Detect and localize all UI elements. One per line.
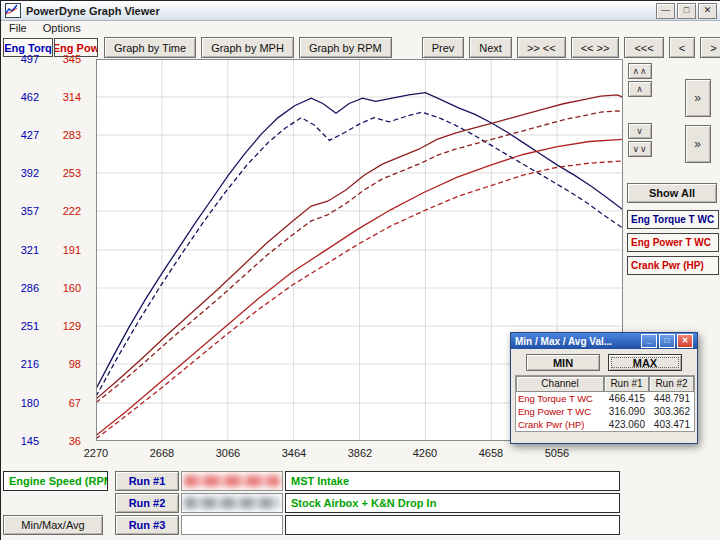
minmax-close-button[interactable]: ✕: [677, 334, 693, 348]
y-axis-right-tick: 283: [45, 129, 81, 141]
y-axis-right-tick: 314: [45, 91, 81, 103]
minmax-channel-label: Eng Torque T WC: [516, 392, 604, 405]
y-axis-left-tick: 357: [3, 205, 39, 217]
pan-right-upper-button[interactable]: »: [685, 79, 711, 117]
y-axis-left-tick: 321: [3, 244, 39, 256]
run3-name-empty: [181, 515, 283, 535]
min-button[interactable]: MIN: [526, 354, 600, 371]
run1-note: MST Intake: [285, 471, 620, 491]
y-axis-left-tick: 180: [3, 397, 39, 409]
x-axis-tick: 2270: [74, 447, 118, 459]
y-axis-right-tick: 98: [45, 358, 81, 370]
menu-file[interactable]: File: [9, 22, 27, 36]
scroll-down-fast-button[interactable]: ∨∨: [628, 141, 652, 157]
minmax-row: Eng Torque T WC466.415448.791: [516, 392, 694, 405]
y-axis-right-tick: 160: [45, 282, 81, 294]
legend-eng-power-t-wc[interactable]: Eng Power T WC: [627, 233, 719, 252]
legend-crank-pwr-hp[interactable]: Crank Pwr (HP): [627, 256, 719, 275]
legend-eng-torque-t-wc[interactable]: Eng Torque T WC: [627, 210, 719, 229]
pan-right-lower-button[interactable]: »: [685, 125, 711, 163]
toolbar: Graph by TimeGraph by MPHGraph by RPMPre…: [104, 37, 720, 58]
max-button[interactable]: MAX: [608, 354, 682, 371]
minmax-run2-value: 448.791: [649, 392, 694, 405]
menubar: FileOptions: [1, 21, 720, 37]
toolbar-button-[interactable]: <: [669, 37, 695, 58]
y-axis-right-tick: 67: [45, 397, 81, 409]
minmax-window: Min / Max / Avg Val... _ □ ✕ MIN MAX Cha…: [510, 332, 698, 444]
minimize-button[interactable]: —: [656, 3, 675, 19]
minmax-channel-label: Crank Pwr (HP): [516, 418, 604, 431]
x-axis-tick: 3066: [206, 447, 250, 459]
y-axis-left-tick: 216: [3, 358, 39, 370]
minmax-header-channel[interactable]: Channel: [516, 376, 604, 392]
titlebar: PowerDyne Graph Viewer — □ ✕: [1, 1, 720, 21]
toolbar-button-graph-by-time[interactable]: Graph by Time: [104, 37, 196, 58]
x-axis-tick: 4260: [403, 447, 447, 459]
minmax-header-run-2[interactable]: Run #2: [649, 376, 694, 392]
run2-name-redacted: [181, 493, 283, 513]
run1-button[interactable]: Run #1: [115, 471, 179, 491]
minmax-window-title: Min / Max / Avg Val...: [515, 336, 612, 347]
y-axis-right-tick: 345: [45, 53, 81, 65]
y-axis-right-tick: 36: [45, 435, 81, 447]
y-axis-right-tick: 222: [45, 205, 81, 217]
toolbar-button-[interactable]: >: [700, 37, 720, 58]
minmax-header-run-1[interactable]: Run #1: [604, 376, 649, 392]
x-axis-tick: 3464: [272, 447, 316, 459]
y-axis-left-tick: 286: [3, 282, 39, 294]
run2-note: Stock Airbox + K&N Drop In: [285, 493, 620, 513]
menu-options[interactable]: Options: [43, 22, 81, 36]
show-all-button[interactable]: Show All: [627, 183, 717, 203]
minmax-channel-label: Eng Power T WC: [516, 405, 604, 418]
minmax-maximize-button[interactable]: □: [659, 334, 675, 348]
minmax-table: ChannelRun #1Run #2Eng Torque T WC466.41…: [515, 375, 695, 432]
toolbar-button-[interactable]: << >>: [571, 37, 620, 58]
close-button[interactable]: ✕: [698, 3, 717, 19]
minmax-minimize-button[interactable]: _: [641, 334, 657, 348]
engine-speed-channel-button[interactable]: Engine Speed (RPM): [3, 471, 108, 491]
minmax-row: Crank Pwr (HP)423.060403.471: [516, 418, 694, 431]
run3-note: [285, 515, 620, 535]
y-axis-left-tick: 497: [3, 53, 39, 65]
minmax-titlebar: Min / Max / Avg Val... _ □ ✕: [511, 333, 697, 349]
maximize-button[interactable]: □: [677, 3, 696, 19]
y-axis-right-tick: 129: [45, 320, 81, 332]
minmax-run1-value: 423.060: [604, 418, 649, 431]
run2-button[interactable]: Run #2: [115, 493, 179, 513]
minmax-run1-value: 316.090: [604, 405, 649, 418]
minmax-run2-value: 303.362: [649, 405, 694, 418]
toolbar-button-graph-by-mph[interactable]: Graph by MPH: [201, 37, 294, 58]
toolbar-button-prev[interactable]: Prev: [422, 37, 465, 58]
y-axis-right-tick: 191: [45, 244, 81, 256]
minmax-row: Eng Power T WC316.090303.362: [516, 405, 694, 418]
scroll-down-button[interactable]: ∨: [628, 123, 652, 139]
minmax-run1-value: 466.415: [604, 392, 649, 405]
powerdyne-window: PowerDyne Graph Viewer — □ ✕ FileOptions…: [0, 0, 720, 540]
y-axis-right-tick: 253: [45, 167, 81, 179]
min-max-avg-button[interactable]: Min/Max/Avg: [3, 515, 103, 535]
x-axis-tick: 5056: [535, 447, 579, 459]
window-title: PowerDyne Graph Viewer: [26, 5, 160, 17]
toolbar-button-[interactable]: <<<: [624, 37, 663, 58]
app-icon: [5, 3, 21, 18]
minmax-run2-value: 403.471: [649, 418, 694, 431]
y-axis-left-tick: 392: [3, 167, 39, 179]
y-axis-left-tick: 427: [3, 129, 39, 141]
y-axis-left-tick: 145: [3, 435, 39, 447]
x-axis-tick: 4658: [469, 447, 513, 459]
y-axis-left-tick: 462: [3, 91, 39, 103]
x-axis-tick: 2668: [140, 447, 184, 459]
run1-name-redacted: [181, 471, 283, 491]
toolbar-button-graph-by-rpm[interactable]: Graph by RPM: [299, 37, 392, 58]
scroll-up-button[interactable]: ∧: [628, 81, 652, 97]
x-axis-tick: 3862: [338, 447, 382, 459]
toolbar-button-[interactable]: >> <<: [517, 37, 566, 58]
y-axis-left-tick: 251: [3, 320, 39, 332]
scroll-up-fast-button[interactable]: ∧∧: [628, 63, 652, 79]
run3-button[interactable]: Run #3: [115, 515, 179, 535]
toolbar-button-next[interactable]: Next: [469, 37, 512, 58]
